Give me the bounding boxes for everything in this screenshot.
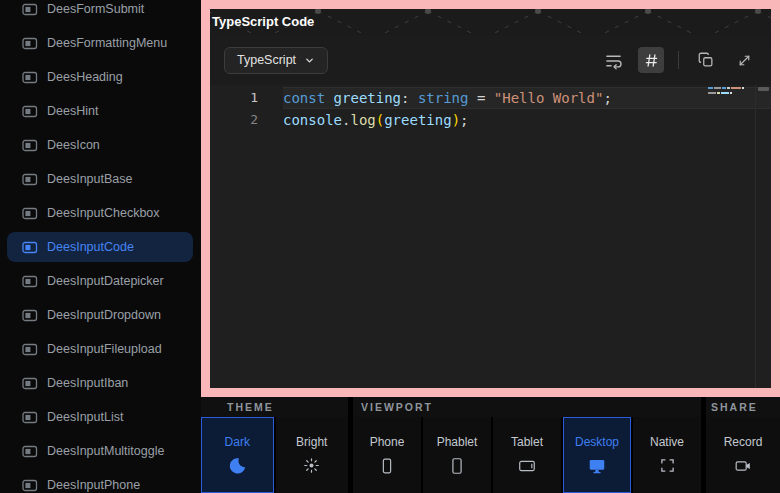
phablet-icon <box>447 456 467 476</box>
sidebar-item-label: DeesInputFileupload <box>47 342 162 356</box>
component-icon <box>22 139 38 152</box>
line-numbers-button[interactable] <box>638 47 664 73</box>
component-icon <box>22 309 38 322</box>
component-icon <box>22 479 38 492</box>
sidebar-item-label: DeesInputDatepicker <box>47 274 164 288</box>
sidebar-item-DeesFormSubmit[interactable]: DeesFormSubmit <box>7 0 193 24</box>
section-buttons: Dark Bright <box>201 417 348 493</box>
editor-toolbar: TypeScript <box>210 35 771 85</box>
demo-title: TypeScript Code <box>212 9 314 35</box>
sidebar-item-DeesInputList[interactable]: DeesInputList <box>7 402 193 432</box>
component-icon <box>22 71 38 84</box>
word-wrap-button[interactable] <box>600 47 626 73</box>
demo-wrapper: TypeScript Code TypeScript 1 const greet… <box>210 9 771 388</box>
section-label: THEME <box>201 397 348 417</box>
sidebar-item-DeesInputCheckbox[interactable]: DeesInputCheckbox <box>7 198 193 228</box>
sidebar-item-DeesInputDropdown[interactable]: DeesInputDropdown <box>7 300 193 330</box>
sidebar-item-DeesHint[interactable]: DeesHint <box>7 96 193 126</box>
code-line[interactable]: 2 console.log(greeting); <box>210 109 771 131</box>
line-number: 1 <box>210 87 258 109</box>
component-icon <box>22 445 38 458</box>
button-label: Phone <box>370 435 405 449</box>
bright-button[interactable]: Bright <box>276 417 349 493</box>
component-icon <box>22 411 38 424</box>
sidebar-item-label: DeesInputPhone <box>47 478 140 492</box>
section-label: SHARE <box>706 397 780 417</box>
sidebar-item-DeesInputDatepicker[interactable]: DeesInputDatepicker <box>7 266 193 296</box>
language-dropdown[interactable]: TypeScript <box>224 47 328 74</box>
line-number: 2 <box>210 109 258 131</box>
component-icon <box>22 3 38 16</box>
properties-panel: THEME Dark Bright VIEWPORT Phone Phablet <box>201 397 780 493</box>
minimap-slider[interactable] <box>758 87 769 91</box>
button-label: Desktop <box>575 435 619 449</box>
phone-button[interactable]: Phone <box>353 417 421 493</box>
record-button[interactable]: Record <box>706 417 780 493</box>
section-buttons: Record <box>706 417 780 493</box>
minimap <box>708 87 754 97</box>
fullscreen-button[interactable] <box>731 47 757 73</box>
component-icon <box>22 105 38 118</box>
sidebar-item-DeesInputBase[interactable]: DeesInputBase <box>7 164 193 194</box>
panel-section-viewport: VIEWPORT Phone Phablet Tablet Desktop Na… <box>353 397 701 493</box>
toolbar-divider <box>678 51 679 69</box>
code-line-text: const greeting: string = "Hello World"; <box>283 87 771 109</box>
toolbar-icons <box>600 47 757 73</box>
sidebar-item-DeesIcon[interactable]: DeesIcon <box>7 130 193 160</box>
button-label: Record <box>724 435 763 449</box>
sidebar-item-DeesInputCode[interactable]: DeesInputCode <box>7 232 193 262</box>
button-label: Tablet <box>511 435 543 449</box>
hash-icon <box>643 52 660 69</box>
sidebar-item-DeesHeading[interactable]: DeesHeading <box>7 62 193 92</box>
code-editor: TypeScript 1 const greeting: string = "H… <box>210 35 771 388</box>
code-line-text: console.log(greeting); <box>283 109 771 131</box>
component-icon <box>22 343 38 356</box>
copy-button[interactable] <box>693 47 719 73</box>
sidebar-item-label: DeesInputDropdown <box>47 308 161 322</box>
code-line[interactable]: 1 const greeting: string = "Hello World"… <box>210 87 771 109</box>
sun-icon <box>302 456 321 475</box>
sidebar-item-label: DeesInputList <box>47 410 123 424</box>
language-dropdown-label: TypeScript <box>237 53 296 67</box>
component-icon <box>22 37 38 50</box>
sidebar-item-label: DeesIcon <box>47 138 100 152</box>
minimap-separator <box>755 85 756 388</box>
desktop-icon <box>587 456 607 476</box>
sidebar-item-DeesFormattingMenu[interactable]: DeesFormattingMenu <box>7 28 193 58</box>
native-button[interactable]: Native <box>633 417 701 493</box>
demo-frame: TypeScript Code TypeScript 1 const greet… <box>201 0 780 397</box>
component-icon <box>22 377 38 390</box>
tablet-icon <box>517 456 537 476</box>
expand-icon <box>736 52 753 69</box>
component-icon <box>22 275 38 288</box>
sidebar-item-DeesInputMultitoggle[interactable]: DeesInputMultitoggle <box>7 436 193 466</box>
native-icon <box>658 456 677 475</box>
sidebar-item-DeesInputIban[interactable]: DeesInputIban <box>7 368 193 398</box>
section-buttons: Phone Phablet Tablet Desktop Native <box>353 417 701 493</box>
desktop-button[interactable]: Desktop <box>563 417 631 493</box>
sidebar-item-label: DeesHeading <box>47 70 123 84</box>
section-label: VIEWPORT <box>353 397 701 417</box>
chevron-down-icon <box>304 55 315 66</box>
sidebar-item-DeesInputPhone[interactable]: DeesInputPhone <box>7 470 193 493</box>
button-label: Phablet <box>437 435 478 449</box>
sidebar-item-label: DeesInputBase <box>47 172 132 186</box>
button-label: Bright <box>296 435 327 449</box>
dark-button[interactable]: Dark <box>201 417 274 493</box>
panel-section-theme: THEME Dark Bright <box>201 397 348 493</box>
phone-icon <box>377 456 397 476</box>
panel-section-share: SHARE Record <box>706 397 780 493</box>
sidebar-item-label: DeesFormSubmit <box>47 2 144 16</box>
record-icon <box>733 456 753 476</box>
sidebar-item-label: DeesInputCode <box>47 240 134 254</box>
code-area[interactable]: 1 const greeting: string = "Hello World"… <box>210 85 771 388</box>
sidebar-item-label: DeesFormattingMenu <box>47 36 167 50</box>
word-wrap-icon <box>604 51 623 70</box>
tablet-button[interactable]: Tablet <box>493 417 561 493</box>
button-label: Native <box>650 435 684 449</box>
sidebar: DeesFormSubmit DeesFormattingMenu DeesHe… <box>0 0 201 493</box>
sidebar-item-DeesInputFileupload[interactable]: DeesInputFileupload <box>7 334 193 364</box>
component-icon <box>22 241 38 254</box>
sidebar-item-label: DeesInputMultitoggle <box>47 444 164 458</box>
phablet-button[interactable]: Phablet <box>423 417 491 493</box>
